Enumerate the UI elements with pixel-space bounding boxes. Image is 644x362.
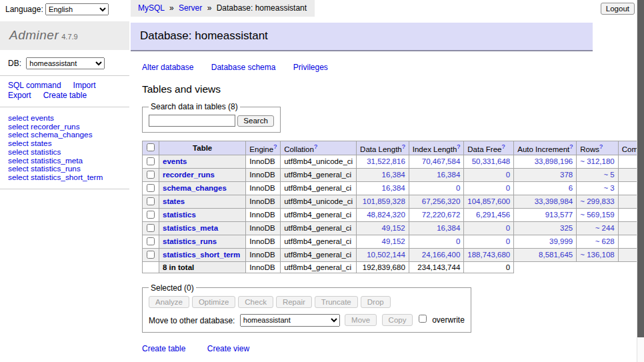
help-icon[interactable]: ?: [501, 143, 505, 150]
row-checkbox[interactable]: [147, 171, 155, 179]
language-select[interactable]: English: [45, 3, 109, 15]
data-free-link[interactable]: 188,743,680: [467, 251, 510, 259]
move-button[interactable]: Move: [345, 314, 377, 326]
scrollbar-thumb[interactable]: [637, 0, 644, 337]
breadcrumb-link-server[interactable]: Server: [179, 3, 202, 13]
truncate-button[interactable]: Truncate: [315, 296, 358, 308]
index-length-link[interactable]: 0: [456, 237, 460, 245]
sidebar-link-export[interactable]: Export: [8, 91, 31, 100]
rows-link[interactable]: ~ 569,159: [580, 211, 614, 219]
index-length-link[interactable]: 67,256,320: [422, 197, 461, 205]
analyze-button[interactable]: Analyze: [149, 296, 189, 308]
data-free-link[interactable]: 0: [506, 171, 510, 179]
search-input[interactable]: [149, 115, 235, 127]
rows-link[interactable]: ~ 3: [603, 184, 614, 192]
alter-database-link[interactable]: Alter database: [142, 63, 193, 72]
rows-link[interactable]: ~ 299,833: [580, 197, 614, 205]
total-cell: 234,143,744: [409, 261, 464, 273]
row-checkbox[interactable]: [147, 184, 155, 192]
vertical-scrollbar[interactable]: [637, 0, 644, 362]
sidebar-select-link[interactable]: select events: [8, 114, 129, 123]
row-checkbox[interactable]: [147, 197, 155, 205]
sidebar-select-link[interactable]: select states: [8, 139, 129, 148]
rows-link[interactable]: ~ 628: [595, 237, 615, 245]
sidebar-link-sql-command[interactable]: SQL command: [8, 81, 61, 90]
overwrite-checkbox[interactable]: [419, 315, 427, 323]
breadcrumb-link-mysql[interactable]: MySQL: [138, 3, 165, 13]
data-length-link[interactable]: 10,502,144: [367, 251, 405, 259]
rows-link[interactable]: ~ 136,108: [580, 251, 614, 259]
table-name-link[interactable]: statistics_runs: [163, 237, 217, 245]
auto-increment-link[interactable]: 378: [560, 171, 573, 179]
data-free-link[interactable]: 0: [506, 224, 510, 232]
help-icon[interactable]: ?: [273, 143, 277, 150]
search-button[interactable]: Search: [237, 115, 273, 127]
logout-button[interactable]: Logout: [601, 3, 635, 15]
help-icon[interactable]: ?: [314, 143, 317, 150]
sidebar-link-create-table[interactable]: Create table: [43, 91, 87, 100]
rows-link[interactable]: ~ 312,180: [580, 157, 614, 165]
row-checkbox[interactable]: [147, 211, 155, 219]
database-schema-link[interactable]: Database schema: [211, 63, 276, 72]
data-free-link[interactable]: 0: [506, 237, 510, 245]
check-button[interactable]: Check: [238, 296, 273, 308]
help-icon[interactable]: ?: [402, 143, 405, 150]
data-length-link[interactable]: 31,522,816: [367, 157, 405, 165]
repair-button[interactable]: Repair: [276, 296, 312, 308]
sidebar-select-link[interactable]: select statistics_short_term: [8, 173, 129, 182]
data-length-link[interactable]: 101,859,328: [363, 197, 405, 205]
table-name-link[interactable]: schema_changes: [163, 184, 227, 192]
data-free-link[interactable]: 6,291,456: [476, 211, 510, 219]
privileges-link[interactable]: Privileges: [293, 63, 328, 72]
create-table-link[interactable]: Create table: [142, 344, 185, 353]
create-view-link[interactable]: Create view: [207, 344, 249, 353]
copy-button[interactable]: Copy: [382, 314, 413, 326]
auto-increment-link[interactable]: 33,398,984: [535, 197, 573, 205]
rows-link[interactable]: ~ 244: [595, 224, 615, 232]
db-select[interactable]: homeassistant: [26, 57, 105, 69]
collation-cell: utf8mb4_general_ci: [281, 221, 357, 235]
table-name-link[interactable]: events: [163, 157, 187, 165]
auto-increment-link[interactable]: 33,898,196: [535, 157, 573, 165]
engine-cell: InnoDB: [246, 181, 281, 195]
auto-increment-link[interactable]: 39,999: [549, 237, 573, 245]
data-free-link[interactable]: 104,857,600: [467, 197, 510, 205]
sidebar-select-link[interactable]: select statistics: [8, 148, 129, 157]
data-length-link[interactable]: 16,384: [382, 171, 405, 179]
select-all-checkbox[interactable]: [147, 143, 155, 151]
data-length-link[interactable]: 49,152: [382, 224, 405, 232]
auto-increment-link[interactable]: 325: [560, 224, 573, 232]
data-length-link[interactable]: 16,384: [382, 184, 405, 192]
rows-link[interactable]: ~ 5: [603, 171, 614, 179]
index-length-link[interactable]: 0: [456, 184, 460, 192]
index-length-link[interactable]: 16,384: [437, 171, 460, 179]
table-name-link[interactable]: recorder_runs: [163, 171, 215, 179]
index-length-link[interactable]: 72,220,672: [422, 211, 461, 219]
sidebar-link-import[interactable]: Import: [73, 81, 96, 90]
auto-increment-link[interactable]: 6: [569, 184, 573, 192]
data-free-link[interactable]: 50,331,648: [472, 157, 511, 165]
data-length-link[interactable]: 48,824,320: [367, 211, 405, 219]
row-checkbox[interactable]: [147, 237, 155, 245]
table-name-link[interactable]: states: [163, 197, 185, 205]
table-name-link[interactable]: statistics_short_term: [163, 251, 240, 259]
auto-increment-link[interactable]: 913,577: [545, 211, 573, 219]
optimize-button[interactable]: Optimize: [192, 296, 235, 308]
row-checkbox[interactable]: [147, 157, 155, 165]
data-length-link[interactable]: 49,152: [382, 237, 405, 245]
help-icon[interactable]: ?: [599, 143, 603, 150]
table-row: recorder_runsInnoDButf8mb4_general_ci16,…: [143, 168, 644, 181]
table-name-link[interactable]: statistics_meta: [163, 224, 218, 232]
auto-increment-link[interactable]: 8,581,645: [539, 251, 573, 259]
help-icon[interactable]: ?: [457, 143, 460, 150]
data-free-link[interactable]: 0: [506, 184, 510, 192]
drop-button[interactable]: Drop: [361, 296, 391, 308]
index-length-link[interactable]: 24,166,400: [422, 251, 461, 259]
row-checkbox[interactable]: [147, 251, 155, 259]
move-db-select[interactable]: homeassistant: [240, 314, 340, 327]
index-length-link[interactable]: 70,467,584: [422, 157, 461, 165]
row-checkbox[interactable]: [147, 224, 155, 232]
help-icon[interactable]: ?: [569, 143, 573, 150]
table-name-link[interactable]: statistics: [163, 211, 196, 219]
index-length-link[interactable]: 16,384: [437, 224, 460, 232]
